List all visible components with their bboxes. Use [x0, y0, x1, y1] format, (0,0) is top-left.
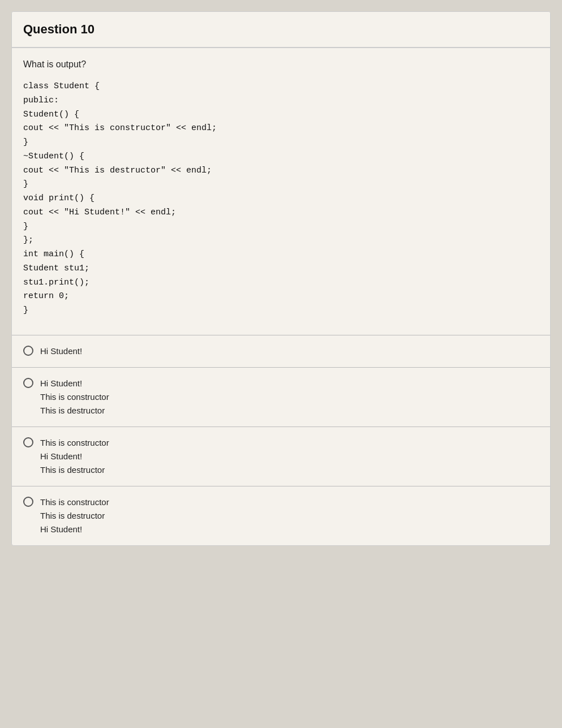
- option-text-a: Hi Student!: [40, 344, 82, 358]
- code-line: cout << "This is destructor" << endl;: [23, 164, 539, 178]
- option-line: This is destructor: [40, 404, 109, 417]
- option-line: Hi Student!: [40, 344, 82, 358]
- option-line: This is destructor: [40, 509, 109, 523]
- question-title: Question 10: [23, 22, 539, 37]
- code-line: ~Student() {: [23, 150, 539, 164]
- code-line: }: [23, 220, 539, 234]
- code-line: stu1.print();: [23, 276, 539, 290]
- option-item-b[interactable]: Hi Student!This is constructorThis is de…: [12, 368, 550, 427]
- code-line: int main() {: [23, 248, 539, 262]
- option-line: Hi Student!: [40, 523, 109, 536]
- question-card: Question 10 What is output? class Studen…: [11, 11, 551, 546]
- option-item-c[interactable]: This is constructorHi Student!This is de…: [12, 427, 550, 486]
- code-block: class Student {public:Student() {cout <<…: [23, 80, 539, 318]
- code-line: }: [23, 304, 539, 318]
- code-line: Student stu1;: [23, 262, 539, 276]
- code-line: cout << "Hi Student!" << endl;: [23, 206, 539, 220]
- radio-a[interactable]: [23, 346, 33, 356]
- code-line: cout << "This is constructor" << endl;: [23, 122, 539, 136]
- option-line: This is constructor: [40, 436, 109, 450]
- card-body: What is output? class Student {public:St…: [12, 48, 550, 318]
- code-line: class Student {: [23, 80, 539, 94]
- code-line: public:: [23, 94, 539, 108]
- card-header: Question 10: [12, 12, 550, 48]
- option-line: This is destructor: [40, 463, 109, 477]
- option-text-d: This is constructorThis is destructorHi …: [40, 496, 109, 536]
- code-line: }: [23, 136, 539, 150]
- option-line: Hi Student!: [40, 377, 109, 390]
- code-line: Student() {: [23, 108, 539, 122]
- radio-b[interactable]: [23, 378, 33, 388]
- options-section: Hi Student!Hi Student!This is constructo…: [12, 335, 550, 545]
- radio-c[interactable]: [23, 437, 33, 447]
- option-item-a[interactable]: Hi Student!: [12, 335, 550, 368]
- code-line: void print() {: [23, 192, 539, 206]
- option-item-d[interactable]: This is constructorThis is destructorHi …: [12, 486, 550, 545]
- code-line: };: [23, 234, 539, 248]
- radio-d[interactable]: [23, 497, 33, 507]
- option-text-c: This is constructorHi Student!This is de…: [40, 436, 109, 477]
- code-line: }: [23, 178, 539, 192]
- option-text-b: Hi Student!This is constructorThis is de…: [40, 377, 109, 417]
- option-line: This is constructor: [40, 390, 109, 404]
- question-prompt: What is output?: [23, 59, 539, 70]
- option-line: Hi Student!: [40, 450, 109, 463]
- code-line: return 0;: [23, 290, 539, 304]
- option-line: This is constructor: [40, 496, 109, 509]
